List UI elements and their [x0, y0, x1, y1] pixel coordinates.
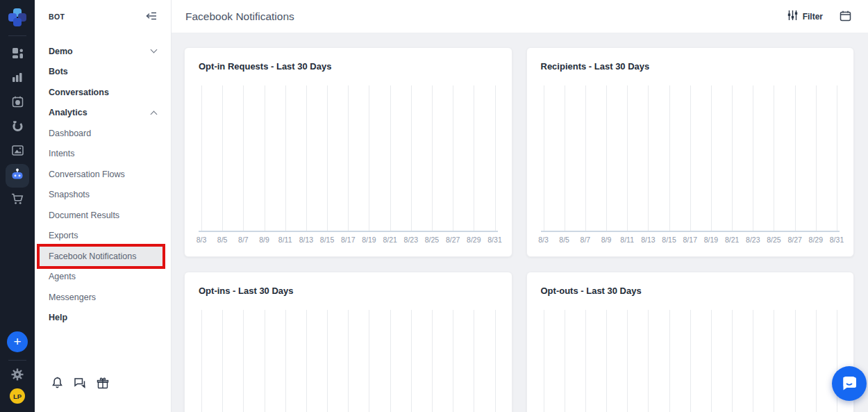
gridline: [411, 85, 412, 231]
gridline: [222, 85, 223, 231]
calendar-icon: [840, 13, 851, 24]
gridline: [837, 85, 837, 231]
chart-title: Opt-ins - Last 30 Days: [199, 286, 498, 296]
chart-plot-area: [199, 85, 498, 232]
intents-ring-icon: [12, 120, 24, 134]
sidebar-item-demo[interactable]: Demo: [35, 41, 171, 62]
x-tick-label: 8/21: [383, 236, 397, 244]
gridline: [585, 310, 586, 412]
x-tick-label: 8/15: [320, 236, 334, 244]
x-tick-label: 8/25: [425, 236, 439, 244]
workspace-label: BOT: [49, 13, 65, 21]
gridline: [432, 85, 433, 231]
gridline: [606, 310, 607, 412]
bell-icon: [51, 381, 63, 391]
rail-media-button[interactable]: [0, 139, 35, 163]
add-button[interactable]: +: [7, 331, 28, 352]
x-tick-label: 8/31: [830, 236, 844, 244]
bot-icon: [10, 168, 24, 183]
gridline: [544, 310, 544, 412]
gridline: [711, 85, 712, 231]
gridline: [627, 310, 628, 412]
settings-button[interactable]: [11, 368, 24, 381]
x-tick-label: 8/27: [787, 236, 801, 244]
sidebar-item-dashboard[interactable]: Dashboard: [35, 123, 171, 144]
sidebar-item-document-results[interactable]: Document Results: [35, 205, 171, 226]
gridline: [565, 85, 565, 231]
filter-button[interactable]: Filter: [787, 10, 823, 22]
rail-cart-button[interactable]: [0, 188, 35, 212]
active-item-background: [6, 164, 29, 188]
bar-chart-icon: [12, 72, 23, 85]
rail-bot-button[interactable]: [0, 163, 35, 188]
gridline: [690, 310, 691, 412]
chart-cards-grid: Opt-in Requests - Last 30 Days8/38/58/78…: [184, 47, 854, 412]
gridline: [265, 310, 265, 412]
gear-icon: [11, 372, 24, 383]
rail-analytics-button[interactable]: [0, 66, 35, 90]
gridline: [669, 85, 670, 231]
chart-x-axis: 8/38/58/78/98/118/138/158/178/198/218/23…: [199, 232, 498, 247]
rail-dashboard-button[interactable]: [0, 42, 35, 66]
notifications-bell-button[interactable]: [51, 377, 63, 391]
sidebar-item-conversations[interactable]: Conversations: [35, 82, 171, 103]
gridline: [606, 85, 607, 231]
sidebar-item-snapshots[interactable]: Snapshots: [35, 185, 171, 206]
gridline: [306, 85, 307, 231]
gridline: [816, 310, 817, 412]
gridline: [306, 310, 307, 412]
gridline: [732, 310, 733, 412]
chart-x-axis: 8/38/58/78/98/118/138/158/178/198/218/23…: [541, 232, 840, 247]
sidebar-item-exports[interactable]: Exports: [35, 226, 171, 247]
gridline: [627, 85, 628, 231]
sidebar-item-label: Help: [49, 313, 67, 322]
sidebar-item-analytics[interactable]: Analytics: [35, 103, 171, 124]
chart-plot-area: [541, 85, 840, 232]
rail-intents-button[interactable]: [0, 115, 35, 139]
x-tick-label: 8/19: [704, 236, 718, 244]
gridline: [648, 310, 649, 412]
gridline: [565, 310, 565, 412]
sidebar-item-messengers[interactable]: Messengers: [35, 287, 171, 308]
sidebar-item-label: Facebook Notifications: [49, 252, 136, 261]
chart-card-opt-in-requests-last-30-days: Opt-in Requests - Last 30 Days8/38/58/78…: [184, 47, 512, 257]
sidebar-item-label: Snapshots: [49, 190, 90, 199]
x-tick-label: 8/13: [641, 236, 655, 244]
rail-calendar-button[interactable]: 1: [0, 90, 35, 115]
x-tick-label: 8/21: [725, 236, 739, 244]
gridline: [816, 85, 817, 231]
calendar-day-one-icon: 1: [12, 96, 24, 110]
x-tick-label: 8/25: [767, 236, 781, 244]
collapse-sidebar-button[interactable]: [146, 11, 157, 22]
sidebar-item-agents[interactable]: Agents: [35, 267, 171, 288]
gift-button[interactable]: [97, 377, 109, 391]
chat-widget-button[interactable]: [832, 366, 867, 401]
chart-card-recipients-last-30-days: Recipients - Last 30 Days8/38/58/78/98/1…: [526, 47, 855, 257]
image-icon: [12, 145, 24, 158]
sidebar-item-help[interactable]: Help: [35, 308, 171, 329]
gridline: [243, 85, 244, 231]
chat-bubble-icon: [840, 374, 858, 394]
gridline: [369, 85, 369, 231]
gridline: [453, 85, 453, 231]
sidebar-item-bots[interactable]: Bots: [35, 62, 171, 83]
gridline: [201, 85, 202, 231]
page-header: Facebook Notifications: [172, 0, 868, 33]
x-tick-label: 8/13: [299, 236, 313, 244]
date-range-button[interactable]: [840, 10, 851, 22]
feedback-chat-button[interactable]: [74, 377, 86, 390]
chart-title: Recipients - Last 30 Days: [541, 61, 840, 72]
x-tick-label: 8/5: [217, 236, 228, 244]
gridline: [327, 85, 328, 231]
collapse-sidebar-icon: [146, 13, 157, 23]
sidebar-item-label: Dashboard: [49, 129, 91, 138]
user-avatar[interactable]: LP: [10, 388, 25, 404]
gridline: [795, 85, 796, 231]
sidebar-item-label: Bots: [49, 67, 68, 76]
sidebar-item-conversation-flows[interactable]: Conversation Flows: [35, 164, 171, 185]
sidebar-item-label: Conversations: [49, 88, 109, 97]
sidebar-item-intents[interactable]: Intents: [35, 144, 171, 165]
rail-divider: [8, 35, 26, 36]
chart-title: Opt-in Requests - Last 30 Days: [199, 61, 498, 72]
sidebar-item-facebook-notifications-annotated[interactable]: Facebook Notifications: [40, 247, 162, 266]
